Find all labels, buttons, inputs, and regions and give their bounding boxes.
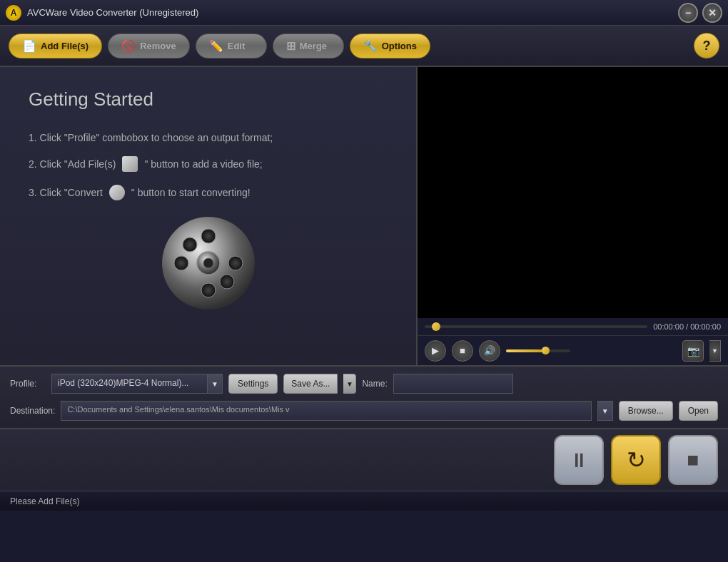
settings-button[interactable]: Settings xyxy=(228,374,278,394)
name-input[interactable] xyxy=(393,374,513,394)
step-2: 2. Click "Add File(s) " button to add a … xyxy=(29,156,388,172)
film-reel-svg xyxy=(158,213,258,313)
seek-track[interactable] xyxy=(425,325,647,328)
save-as-button[interactable]: Save As... xyxy=(283,374,338,394)
pause-button[interactable]: ⏸ xyxy=(554,435,604,485)
pause-icon: ⏸ xyxy=(569,449,589,472)
main-area: Getting Started 1. Click "Profile" combo… xyxy=(0,67,728,367)
name-label: Name: xyxy=(362,379,387,389)
convert-icon: ↻ xyxy=(627,446,646,474)
svg-point-1 xyxy=(201,229,216,243)
destination-label: Destination: xyxy=(10,406,55,416)
volume-track[interactable] xyxy=(506,349,570,352)
status-bar: Please Add File(s) xyxy=(0,491,728,511)
video-controls: ▶ ■ 🔊 📷 ▼ xyxy=(418,335,728,365)
svg-point-5 xyxy=(183,237,197,252)
save-as-dropdown[interactable]: ▼ xyxy=(343,374,356,394)
stop-button[interactable]: ■ xyxy=(452,340,473,362)
volume-fill xyxy=(506,349,545,352)
options-icon: 🔧 xyxy=(363,39,378,53)
browse-button[interactable]: Browse... xyxy=(619,401,673,421)
video-panel: 00:00:00 / 00:00:00 ▶ ■ 🔊 📷 ▼ xyxy=(418,67,728,365)
video-preview xyxy=(418,67,728,318)
seek-handle[interactable] xyxy=(432,322,440,331)
profile-select[interactable]: iPod (320x240)MPEG-4 Normal)... xyxy=(51,374,207,394)
help-button[interactable]: ? xyxy=(694,33,719,58)
profile-label: Profile: xyxy=(10,379,46,389)
open-button[interactable]: Open xyxy=(679,401,718,421)
options-button[interactable]: 🔧 Options xyxy=(350,34,430,58)
dest-dropdown-arrow[interactable]: ▼ xyxy=(597,401,613,421)
profile-dropdown-arrow[interactable]: ▼ xyxy=(207,374,223,394)
bottom-config: Profile: iPod (320x240)MPEG-4 Normal)...… xyxy=(0,367,728,429)
add-files-button[interactable]: 📄 Add File(s) xyxy=(9,34,102,58)
title-controls: − ✕ xyxy=(678,3,722,23)
add-files-icon: 📄 xyxy=(22,39,36,53)
merge-button[interactable]: ⊞ Merge xyxy=(273,34,344,58)
convert-inline-icon xyxy=(109,185,125,200)
title-left: A AVCWare Video Converter (Unregistered) xyxy=(6,5,198,21)
volume-icon: 🔊 xyxy=(484,345,495,356)
seek-bar: 00:00:00 / 00:00:00 xyxy=(418,318,728,335)
title-text: AVCWare Video Converter (Unregistered) xyxy=(27,7,198,18)
svg-point-6 xyxy=(220,275,234,289)
close-button[interactable]: ✕ xyxy=(702,3,722,23)
play-button[interactable]: ▶ xyxy=(425,340,446,362)
app-icon: A xyxy=(6,5,21,21)
remove-icon: 🚫 xyxy=(121,39,136,53)
convert-button[interactable]: ↻ xyxy=(611,435,661,485)
minimize-button[interactable]: − xyxy=(678,3,698,23)
convert-controls: ⏸ ↻ ■ xyxy=(0,429,728,491)
svg-point-4 xyxy=(228,256,243,270)
film-reel-graphic xyxy=(29,213,388,313)
merge-icon: ⊞ xyxy=(286,39,295,53)
step-1: 1. Click "Profile" combobox to choose an… xyxy=(29,132,388,143)
profile-row: Profile: iPod (320x240)MPEG-4 Normal)...… xyxy=(10,374,718,394)
remove-button[interactable]: 🚫 Remove xyxy=(108,34,190,58)
camera-icon: 📷 xyxy=(687,345,699,357)
screenshot-dropdown[interactable]: ▼ xyxy=(709,340,721,362)
svg-point-3 xyxy=(174,256,188,270)
destination-row: Destination: C:\Documents and Settings\e… xyxy=(10,401,718,421)
volume-button[interactable]: 🔊 xyxy=(479,340,500,362)
play-icon: ▶ xyxy=(432,345,439,356)
step-3: 3. Click "Convert " button to start conv… xyxy=(29,185,388,200)
toolbar: 📄 Add File(s) 🚫 Remove ✏️ Edit ⊞ Merge 🔧… xyxy=(0,26,728,67)
title-bar: A AVCWare Video Converter (Unregistered)… xyxy=(0,0,728,26)
edit-icon: ✏️ xyxy=(209,39,223,53)
stop-icon: ■ xyxy=(460,345,465,356)
profile-select-wrapper: iPod (320x240)MPEG-4 Normal)... ▼ xyxy=(51,374,223,394)
svg-point-2 xyxy=(201,283,216,297)
getting-started-title: Getting Started xyxy=(29,88,388,111)
edit-button[interactable]: ✏️ Edit xyxy=(196,34,267,58)
video-time: 00:00:00 / 00:00:00 xyxy=(653,322,721,331)
stop-convert-icon: ■ xyxy=(687,449,699,471)
svg-point-8 xyxy=(203,258,213,268)
screenshot-button[interactable]: 📷 xyxy=(682,340,704,362)
destination-path: C:\Documents and Settings\elena.santos\M… xyxy=(61,401,591,421)
stop-convert-button[interactable]: ■ xyxy=(668,435,718,485)
status-text: Please Add File(s) xyxy=(10,496,79,506)
getting-started-panel: Getting Started 1. Click "Profile" combo… xyxy=(0,67,418,365)
volume-handle[interactable] xyxy=(542,347,550,354)
add-files-inline-icon xyxy=(122,156,138,172)
